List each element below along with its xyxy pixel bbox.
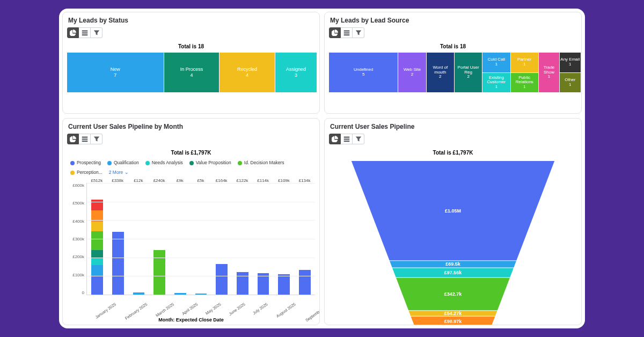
pie-chart-icon bbox=[70, 30, 76, 36]
card-leads-by-status: My Leads by Status Total is 18 New7In Pr… bbox=[62, 12, 320, 114]
treemap-cell[interactable]: In Process4 bbox=[164, 53, 219, 92]
bar[interactable] bbox=[211, 183, 232, 295]
chart-toolbar bbox=[325, 27, 581, 41]
filter-icon bbox=[93, 136, 100, 142]
bar[interactable] bbox=[149, 183, 170, 295]
chart-view-button[interactable] bbox=[329, 27, 341, 38]
svg-text:£1.05M: £1.05M bbox=[445, 208, 461, 214]
treemap-cell[interactable]: Web Site2 bbox=[398, 53, 426, 92]
bar[interactable] bbox=[87, 183, 108, 295]
funnel-chart[interactable]: £1.05M£69.5k£97.56k£342.7k£54.27k£99.97k… bbox=[330, 161, 576, 325]
svg-text:£99.97k: £99.97k bbox=[444, 319, 462, 324]
total-label: Total is £1,797K bbox=[325, 148, 581, 159]
legend-more-link[interactable]: 2 More ⌄ bbox=[109, 170, 129, 175]
treemap-cell[interactable]: Assigned3 bbox=[275, 53, 317, 92]
filter-icon bbox=[355, 136, 362, 142]
treemap-cell[interactable]: Portal User Reg2 bbox=[455, 53, 482, 92]
bar[interactable] bbox=[108, 183, 129, 295]
bar[interactable] bbox=[191, 183, 211, 295]
table-view-button[interactable] bbox=[341, 134, 353, 144]
legend-item[interactable]: Qualification bbox=[107, 160, 139, 165]
treemap-cell[interactable]: Public Relations1 bbox=[511, 73, 538, 93]
filter-icon bbox=[355, 30, 362, 36]
treemap-cell[interactable]: Existing Customer1 bbox=[482, 73, 510, 93]
bar[interactable] bbox=[294, 183, 315, 295]
treemap-cell[interactable]: Partner1 bbox=[511, 53, 538, 72]
treemap-source[interactable]: Undefined5Web Site2Word of mouth2Portal … bbox=[329, 53, 577, 92]
filter-icon bbox=[93, 30, 100, 36]
bar[interactable] bbox=[274, 183, 295, 295]
chart-view-button[interactable] bbox=[67, 134, 79, 144]
table-icon bbox=[82, 136, 88, 142]
plot-area[interactable] bbox=[86, 183, 315, 295]
bar[interactable] bbox=[170, 183, 191, 295]
legend-item[interactable]: Id. Decision Makers bbox=[238, 160, 284, 165]
chevron-down-icon: ⌄ bbox=[125, 170, 129, 175]
total-label: Total is 18 bbox=[63, 41, 319, 53]
card-title: My Leads by Lead Source bbox=[325, 12, 581, 27]
table-view-button[interactable] bbox=[79, 27, 91, 38]
bar-chart: ProspectingQualificationNeeds AnalysisVa… bbox=[63, 159, 319, 325]
treemap-cell[interactable]: Other1 bbox=[560, 73, 580, 93]
bar-total-labels: £512k£338k£12k£240k£9k£5k£164k£122k£114k… bbox=[67, 178, 315, 183]
bar[interactable] bbox=[253, 183, 274, 295]
legend-item[interactable]: Needs Analysis bbox=[145, 160, 183, 165]
pie-chart-icon bbox=[332, 30, 338, 36]
legend: ProspectingQualificationNeeds AnalysisVa… bbox=[67, 159, 315, 177]
legend-item[interactable]: Value Proposition bbox=[189, 160, 231, 165]
dashboard: My Leads by Status Total is 18 New7In Pr… bbox=[59, 9, 585, 328]
treemap-cell[interactable]: Recycled4 bbox=[219, 53, 275, 92]
total-label: Total is 18 bbox=[325, 41, 581, 53]
bar[interactable] bbox=[128, 183, 149, 295]
bar[interactable] bbox=[232, 183, 253, 295]
chart-toolbar bbox=[325, 134, 581, 148]
filter-button[interactable] bbox=[91, 27, 103, 38]
svg-text:£54.27k: £54.27k bbox=[444, 311, 462, 316]
total-label: Total is £1,797K bbox=[63, 148, 319, 159]
legend-item[interactable]: Prospecting bbox=[70, 160, 101, 165]
chart-view-button[interactable] bbox=[329, 134, 341, 144]
table-view-button[interactable] bbox=[341, 27, 353, 38]
legend-item[interactable]: Perception... bbox=[70, 170, 103, 175]
chart-view-button[interactable] bbox=[67, 27, 79, 38]
card-pipeline-by-month: Current User Sales Pipeline by Month Tot… bbox=[62, 118, 320, 325]
treemap-cell[interactable]: Word of mouth2 bbox=[427, 53, 454, 92]
treemap-cell[interactable]: Trade Show1 bbox=[539, 53, 559, 92]
chart-toolbar bbox=[63, 134, 319, 148]
treemap-cell[interactable]: Any Email1 bbox=[560, 53, 580, 72]
table-icon bbox=[343, 136, 350, 142]
card-title: Current User Sales Pipeline bbox=[325, 119, 581, 134]
treemap-status[interactable]: New7In Process4Recycled4Assigned3 bbox=[67, 53, 315, 92]
table-view-button[interactable] bbox=[79, 134, 91, 144]
filter-button[interactable] bbox=[91, 134, 103, 144]
y-axis: £600k£500k£400k£300k£200k£100k0 bbox=[67, 183, 86, 295]
treemap-cell[interactable]: New7 bbox=[67, 53, 164, 92]
table-icon bbox=[343, 30, 350, 36]
chart-toolbar bbox=[63, 27, 319, 41]
filter-button[interactable] bbox=[353, 134, 364, 144]
table-icon bbox=[82, 30, 88, 36]
x-axis: January 2025February 2025March 2025April… bbox=[67, 295, 315, 304]
svg-text:£342.7k: £342.7k bbox=[444, 291, 462, 297]
pie-chart-icon bbox=[70, 136, 76, 142]
pie-chart-icon bbox=[332, 136, 338, 142]
card-title: Current User Sales Pipeline by Month bbox=[63, 119, 319, 134]
svg-text:£97.56k: £97.56k bbox=[444, 270, 462, 275]
svg-text:£69.5k: £69.5k bbox=[445, 261, 460, 267]
card-leads-by-source: My Leads by Lead Source Total is 18 Unde… bbox=[324, 12, 582, 114]
treemap-cell[interactable]: Cold Call1 bbox=[482, 53, 510, 72]
treemap-cell[interactable]: Undefined5 bbox=[329, 53, 398, 92]
card-title: My Leads by Status bbox=[63, 12, 319, 27]
filter-button[interactable] bbox=[353, 27, 364, 38]
card-pipeline-funnel: Current User Sales Pipeline Total is £1,… bbox=[324, 118, 582, 325]
